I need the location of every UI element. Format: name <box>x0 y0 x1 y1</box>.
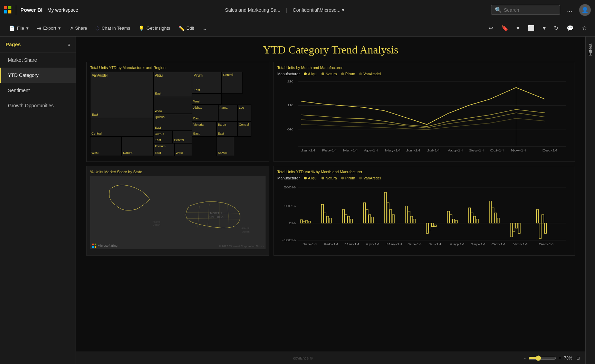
svg-text:Sep-14: Sep-14 <box>470 243 486 246</box>
bar-chart-svg: 200% 100% 0% -100% <box>277 182 571 247</box>
filters-panel[interactable]: Filters <box>585 37 595 364</box>
report-title-area: Sales and Marketing Sa... | Confidential… <box>81 7 488 13</box>
sidebar-item-market-share[interactable]: Market Share <box>0 52 76 68</box>
sidebar-item-growth-opportunities[interactable]: Growth Opportunities <box>0 98 76 113</box>
zoom-plus-button[interactable]: + <box>559 356 561 361</box>
svg-rect-81 <box>510 223 512 237</box>
svg-text:Ocean: Ocean <box>152 223 160 226</box>
comment-icon[interactable]: 💬 <box>564 23 576 33</box>
workspace-label[interactable]: My workspace <box>47 7 78 13</box>
chat-in-teams-button[interactable]: ⬡ Chat in Teams <box>92 23 134 33</box>
svg-text:2K: 2K <box>287 80 293 83</box>
svg-text:Oct-14: Oct-14 <box>490 149 504 152</box>
svg-text:200%: 200% <box>284 186 296 189</box>
line-chart-title: Total Units by Month and Manufacturer <box>277 66 571 70</box>
chevron-down-icon[interactable]: ▾ <box>514 23 522 33</box>
sidebar-item-sentiment[interactable]: Sentiment <box>0 83 76 98</box>
zoom-level: 73% <box>564 356 572 361</box>
bottom-bar: obviEnce © - + 73% ⊡ <box>76 352 585 364</box>
sidebar: Pages « Market Share YTD Category Sentim… <box>0 37 76 364</box>
svg-rect-62 <box>408 211 410 223</box>
star-icon[interactable]: ☆ <box>579 23 589 33</box>
sidebar-collapse-icon[interactable]: « <box>67 42 70 47</box>
svg-rect-71 <box>453 219 455 223</box>
fit-page-icon[interactable]: ⊡ <box>576 356 580 361</box>
bar-legend-natura: Natura <box>322 176 337 180</box>
sensitivity-label[interactable]: Confidential\Microso... ▾ <box>293 7 345 13</box>
file-button[interactable]: 📄 File ▾ <box>6 23 32 33</box>
report-page-title: YTD Category Trend Analysis <box>86 43 575 56</box>
export-icon: ⇥ <box>37 26 41 31</box>
avatar[interactable]: 👤 <box>579 4 591 16</box>
get-insights-button[interactable]: 💡 Get insights <box>135 23 174 33</box>
legend-aliqui: Aliqui <box>304 72 317 76</box>
svg-text:-100%: -100% <box>282 238 296 242</box>
bar-legend-aliqui: Aliqui <box>304 176 317 180</box>
svg-text:Jan-14: Jan-14 <box>303 243 317 246</box>
edit-button[interactable]: ✏️ Edit <box>175 23 198 33</box>
sidebar-item-ytd-category[interactable]: YTD Category <box>0 68 76 83</box>
map-title: % Units Market Share by State <box>90 170 266 174</box>
svg-rect-77 <box>489 201 491 223</box>
svg-rect-78 <box>492 208 494 223</box>
search-input[interactable] <box>504 7 556 13</box>
svg-text:AMERICA: AMERICA <box>208 215 223 219</box>
undo-icon[interactable]: ↩ <box>486 23 496 33</box>
svg-rect-65 <box>426 223 429 234</box>
svg-rect-50 <box>345 215 347 223</box>
svg-text:100%: 100% <box>284 205 296 208</box>
tm-vanarsdel-label: VanArsdel <box>92 73 152 77</box>
map-panel[interactable]: % Units Market Share by State <box>86 166 269 256</box>
svg-text:Sep-14: Sep-14 <box>469 149 484 152</box>
obvience-branding: obviEnce © <box>293 356 313 360</box>
powerbi-label: Power BI <box>20 7 42 13</box>
search-icon: 🔍 <box>495 7 502 13</box>
line-chart-panel[interactable]: Total Units by Month and Manufacturer Ma… <box>273 62 575 162</box>
toolbar: 📄 File ▾ ⇥ Export ▾ ↗ Share ⬡ Chat in Te… <box>0 20 595 37</box>
map-copyright: © 2022 Microsoft Corporation Terms <box>219 245 263 248</box>
toolbar-right: ↩ 🔖 ▾ ⬜ ▾ ↻ 💬 ☆ <box>486 23 589 33</box>
svg-text:Pacific: Pacific <box>152 220 160 223</box>
zoom-slider[interactable] <box>528 355 556 361</box>
report-canvas: YTD Category Trend Analysis Total Units … <box>76 37 585 352</box>
share-button[interactable]: ↗ Share <box>66 23 91 33</box>
svg-rect-47 <box>327 216 329 223</box>
report-file-name[interactable]: Sales and Marketing Sa... <box>225 7 280 13</box>
bar-chart-panel[interactable]: Total Units YTD Var % by Month and Manuf… <box>273 166 575 256</box>
toolbar-more-button[interactable]: ... <box>199 23 210 33</box>
svg-rect-56 <box>371 217 373 223</box>
bar-legend-pirum: Pirum <box>341 176 355 180</box>
more-options-button[interactable]: ... <box>564 5 575 15</box>
svg-text:Ocean: Ocean <box>242 230 250 233</box>
svg-rect-64 <box>413 219 415 223</box>
map-svg: NORTH AMERICA Pacific Ocean Atlantic Oce… <box>90 176 266 249</box>
svg-text:May-14: May-14 <box>385 149 401 152</box>
svg-rect-68 <box>434 225 436 227</box>
teams-icon: ⬡ <box>95 26 99 31</box>
sidebar-header: Pages « <box>0 37 76 52</box>
line-chart-svg: 2K 1K 0K Jan-14 Feb-14 Mar-14 Apr-14 May… <box>277 78 571 153</box>
zoom-minus-button[interactable]: - <box>524 356 526 361</box>
search-box[interactable]: 🔍 <box>491 5 560 15</box>
svg-rect-46 <box>324 213 326 223</box>
charts-grid: Total Units YTD by Manufacturer and Regi… <box>86 62 575 339</box>
svg-rect-59 <box>390 209 392 223</box>
rectangle-icon[interactable]: ⬜ <box>525 23 537 33</box>
svg-text:Jun-14: Jun-14 <box>407 243 422 246</box>
svg-text:Mar-14: Mar-14 <box>345 243 360 246</box>
svg-rect-85 <box>537 209 539 223</box>
svg-rect-67 <box>432 223 434 227</box>
svg-text:Jun-14: Jun-14 <box>406 149 420 152</box>
svg-text:Nov-14: Nov-14 <box>512 243 528 246</box>
svg-rect-63 <box>411 216 413 223</box>
svg-text:Apr-14: Apr-14 <box>365 243 380 246</box>
svg-rect-53 <box>363 203 365 223</box>
refresh-icon[interactable]: ↻ <box>551 23 561 33</box>
export-button[interactable]: ⇥ Export ▾ <box>33 23 64 33</box>
svg-rect-55 <box>368 215 371 223</box>
treemap-panel[interactable]: Total Units YTD by Manufacturer and Regi… <box>86 62 269 162</box>
svg-rect-82 <box>513 223 515 232</box>
svg-text:0%: 0% <box>289 222 296 225</box>
bookmark-icon[interactable]: 🔖 <box>499 23 511 33</box>
chevron-down-2-icon[interactable]: ▾ <box>540 23 548 33</box>
